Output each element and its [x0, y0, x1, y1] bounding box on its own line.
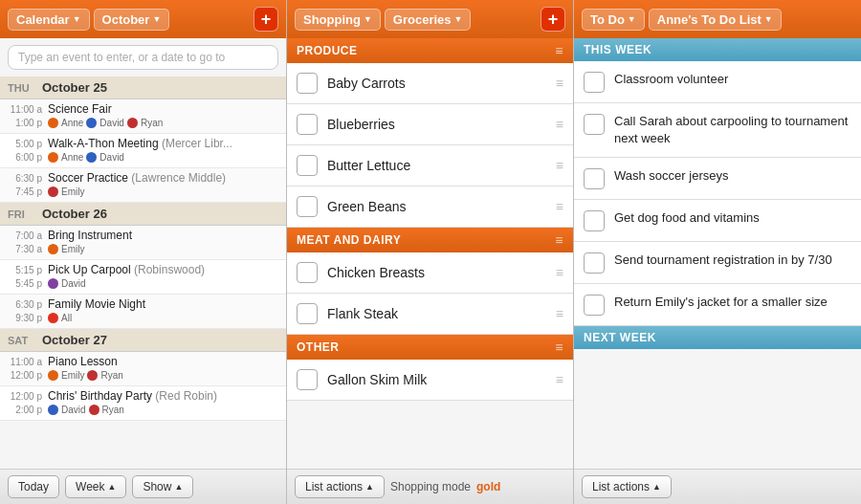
- shop-section-header: MEAT AND DAIRY≡: [287, 228, 573, 252]
- avatar-dot: [48, 313, 58, 323]
- avatar-name: David: [61, 278, 86, 289]
- todo-checkbox[interactable]: [584, 168, 605, 189]
- calendar-event[interactable]: 12:00 p2:00 p Chris' Birthday Party (Red…: [0, 386, 286, 421]
- groceries-caret: ▼: [454, 14, 463, 24]
- shop-checkbox[interactable]: [297, 155, 318, 176]
- avatar-dot: [87, 370, 98, 381]
- shop-item[interactable]: Gallon Skim Milk ≡: [287, 360, 573, 401]
- event-details: Piano Lesson EmilyRyan: [48, 355, 278, 381]
- event-details: Chris' Birthday Party (Red Robin) DavidR…: [48, 389, 278, 415]
- avatar-dot: [48, 244, 58, 254]
- shop-checkbox[interactable]: [297, 196, 318, 217]
- todo-checkbox[interactable]: [584, 210, 605, 231]
- todo-item[interactable]: Send tournament registration in by 7/30: [574, 242, 861, 284]
- avatar-name: Emily: [61, 186, 84, 197]
- calendar-body: THU October 25 11:00 a1:00 p Science Fai…: [0, 77, 286, 469]
- shop-checkbox[interactable]: [297, 369, 318, 390]
- calendar-event[interactable]: 5:15 p5:45 p Pick Up Carpool (Robinswood…: [0, 260, 286, 295]
- calendar-event[interactable]: 11:00 a12:00 p Piano Lesson EmilyRyan: [0, 352, 286, 386]
- shop-item-name: Green Beans: [327, 199, 546, 214]
- calendar-event[interactable]: 11:00 a1:00 p Science Fair AnneDavidRyan: [0, 99, 286, 134]
- calendar-header: Calendar ▼ October ▼ +: [0, 0, 286, 38]
- event-title: Bring Instrument: [48, 229, 278, 242]
- calendar-event[interactable]: 6:30 p9:30 p Family Movie Night All: [0, 295, 286, 329]
- todo-item[interactable]: Wash soccer jerseys: [574, 158, 861, 200]
- todo-list-actions-btn[interactable]: List actions ▲: [582, 475, 672, 498]
- todo-section-header: NEXT WEEK: [574, 326, 861, 349]
- calendar-search[interactable]: Type an event to enter, or a date to go …: [8, 45, 278, 70]
- event-sub: (Mercer Libr...: [159, 137, 232, 150]
- drag-handle-icon[interactable]: ≡: [556, 158, 563, 173]
- todo-list-menu-btn[interactable]: Anne's To Do List ▼: [649, 9, 782, 31]
- list-actions-btn[interactable]: List actions ▲: [295, 475, 385, 498]
- todo-item-text: Return Emily's jacket for a smaller size: [614, 294, 851, 311]
- drag-handle-icon[interactable]: ≡: [556, 306, 563, 321]
- week-btn[interactable]: Week ▲: [65, 475, 126, 498]
- event-sub: (Robinswood): [131, 263, 205, 276]
- todo-item[interactable]: Classroom volunteer: [574, 61, 861, 103]
- section-drag-handle: ≡: [555, 43, 563, 58]
- calendar-event[interactable]: 6:30 p7:45 p Soccer Practice (Lawrence M…: [0, 168, 286, 203]
- day-label: THU: [8, 82, 34, 94]
- shop-checkbox[interactable]: [297, 262, 318, 283]
- avatar-name: Emily: [61, 370, 84, 381]
- avatar-dot: [48, 370, 58, 381]
- todo-checkbox[interactable]: [584, 72, 605, 93]
- drag-handle-icon[interactable]: ≡: [556, 117, 563, 132]
- event-details: Science Fair AnneDavidRyan: [48, 102, 278, 128]
- shop-item[interactable]: Green Beans ≡: [287, 186, 573, 228]
- todo-item[interactable]: Get dog food and vitamins: [574, 200, 861, 242]
- shop-item[interactable]: Butter Lettuce ≡: [287, 145, 573, 186]
- shop-section-header: PRODUCE≡: [287, 38, 573, 63]
- shopping-caret: ▼: [364, 14, 372, 24]
- event-time: 5:15 p5:45 p: [8, 263, 48, 291]
- calendar-menu-btn[interactable]: Calendar ▼: [8, 9, 90, 31]
- todo-footer: List actions ▲: [574, 469, 861, 504]
- todo-checkbox[interactable]: [584, 295, 605, 316]
- todo-section-header: THIS WEEK: [574, 38, 861, 61]
- todo-item[interactable]: Return Emily's jacket for a smaller size: [574, 284, 861, 326]
- todo-checkbox[interactable]: [584, 252, 605, 274]
- avatar-dot: [48, 405, 58, 415]
- shopping-menu-btn[interactable]: Shopping ▼: [295, 9, 381, 31]
- shop-item-name: Baby Carrots: [327, 76, 546, 91]
- shop-item[interactable]: Blueberries ≡: [287, 104, 573, 145]
- event-time: 5:00 p6:00 p: [8, 137, 48, 164]
- shop-checkbox[interactable]: [297, 303, 318, 324]
- event-title: Pick Up Carpool (Robinswood): [48, 263, 278, 276]
- calendar-panel: Calendar ▼ October ▼ + Type an event to …: [0, 0, 287, 504]
- show-btn[interactable]: Show ▲: [132, 475, 193, 498]
- section-drag-handle: ≡: [555, 232, 563, 248]
- avatar-name: David: [61, 405, 86, 415]
- drag-handle-icon[interactable]: ≡: [556, 265, 563, 280]
- drag-handle-icon[interactable]: ≡: [556, 199, 563, 214]
- todo-item[interactable]: Call Sarah about carpooling to tournamen…: [574, 103, 861, 158]
- todo-list-actions-caret: ▲: [652, 482, 661, 492]
- drag-handle-icon[interactable]: ≡: [556, 372, 563, 387]
- shop-item-name: Blueberries: [327, 117, 546, 132]
- todo-checkbox[interactable]: [584, 114, 605, 135]
- groceries-menu-btn[interactable]: Groceries ▼: [385, 9, 472, 31]
- shopping-footer: List actions ▲ Shopping mode gold: [287, 469, 573, 504]
- avatar-dot: [86, 118, 97, 128]
- event-details: Soccer Practice (Lawrence Middle) Emily: [48, 171, 278, 197]
- todo-menu-btn[interactable]: To Do ▼: [582, 9, 645, 31]
- shop-checkbox[interactable]: [297, 114, 318, 135]
- shop-item-name: Gallon Skim Milk: [327, 372, 546, 387]
- shop-item[interactable]: Chicken Breasts ≡: [287, 252, 573, 294]
- shop-item[interactable]: Baby Carrots ≡: [287, 63, 573, 104]
- shop-item[interactable]: Flank Steak ≡: [287, 294, 573, 335]
- event-avatars: AnneDavidRyan: [48, 118, 278, 128]
- shopping-add-btn[interactable]: +: [541, 7, 565, 32]
- event-time: 6:30 p7:45 p: [8, 171, 48, 199]
- calendar-event[interactable]: 5:00 p6:00 p Walk-A-Thon Meeting (Mercer…: [0, 134, 286, 168]
- todo-list-caret: ▼: [764, 14, 773, 24]
- day-date: October 25: [42, 80, 107, 95]
- month-menu-btn[interactable]: October ▼: [94, 9, 170, 31]
- calendar-add-btn[interactable]: +: [254, 7, 278, 32]
- event-details: Pick Up Carpool (Robinswood) David: [48, 263, 278, 289]
- drag-handle-icon[interactable]: ≡: [556, 76, 563, 91]
- shop-checkbox[interactable]: [297, 73, 318, 94]
- calendar-event[interactable]: 7:00 a7:30 a Bring Instrument Emily: [0, 226, 286, 260]
- today-btn[interactable]: Today: [8, 475, 59, 498]
